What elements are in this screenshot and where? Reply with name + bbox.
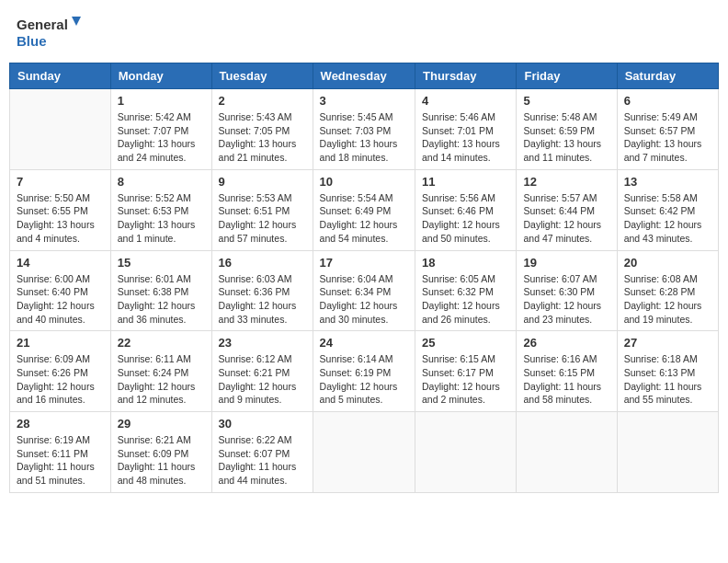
day-number: 6 [624, 94, 711, 108]
logo-svg: General Blue [17, 13, 81, 53]
day-info: Sunrise: 5:56 AM Sunset: 6:46 PM Dayligh… [422, 191, 509, 246]
calendar-cell: 11Sunrise: 5:56 AM Sunset: 6:46 PM Dayli… [415, 169, 517, 250]
calendar-cell: 21Sunrise: 6:09 AM Sunset: 6:26 PM Dayli… [10, 331, 111, 412]
calendar-cell: 2Sunrise: 5:43 AM Sunset: 7:05 PM Daylig… [211, 89, 313, 170]
calendar-cell: 23Sunrise: 6:12 AM Sunset: 6:21 PM Dayli… [211, 331, 313, 412]
day-number: 15 [118, 256, 205, 270]
calendar-week-row: 21Sunrise: 6:09 AM Sunset: 6:26 PM Dayli… [10, 331, 719, 412]
day-info: Sunrise: 6:00 AM Sunset: 6:40 PM Dayligh… [17, 272, 104, 327]
day-info: Sunrise: 6:21 AM Sunset: 6:09 PM Dayligh… [118, 433, 205, 488]
day-number: 16 [219, 256, 306, 270]
calendar-cell: 6Sunrise: 5:49 AM Sunset: 6:57 PM Daylig… [617, 89, 718, 170]
day-info: Sunrise: 5:50 AM Sunset: 6:55 PM Dayligh… [17, 191, 104, 246]
day-of-week-header: Monday [110, 63, 211, 89]
calendar-cell: 5Sunrise: 5:48 AM Sunset: 6:59 PM Daylig… [517, 89, 617, 170]
day-number: 4 [422, 94, 509, 108]
calendar-cell: 8Sunrise: 5:52 AM Sunset: 6:53 PM Daylig… [110, 169, 211, 250]
calendar-cell: 26Sunrise: 6:16 AM Sunset: 6:15 PM Dayli… [517, 331, 617, 412]
calendar-cell: 29Sunrise: 6:21 AM Sunset: 6:09 PM Dayli… [110, 412, 211, 493]
day-info: Sunrise: 5:48 AM Sunset: 6:59 PM Dayligh… [523, 110, 609, 165]
calendar-cell: 14Sunrise: 6:00 AM Sunset: 6:40 PM Dayli… [10, 250, 111, 331]
day-info: Sunrise: 6:22 AM Sunset: 6:07 PM Dayligh… [219, 433, 306, 488]
calendar-cell: 15Sunrise: 6:01 AM Sunset: 6:38 PM Dayli… [110, 250, 211, 331]
calendar-cell: 3Sunrise: 5:45 AM Sunset: 7:03 PM Daylig… [313, 89, 415, 170]
svg-text:General: General [17, 17, 68, 32]
day-number: 13 [624, 175, 711, 189]
day-of-week-header: Friday [517, 63, 617, 89]
day-number: 14 [17, 256, 104, 270]
day-info: Sunrise: 6:15 AM Sunset: 6:17 PM Dayligh… [422, 352, 509, 407]
day-info: Sunrise: 5:46 AM Sunset: 7:01 PM Dayligh… [422, 110, 509, 165]
calendar-cell: 13Sunrise: 5:58 AM Sunset: 6:42 PM Dayli… [617, 169, 718, 250]
day-info: Sunrise: 6:12 AM Sunset: 6:21 PM Dayligh… [219, 352, 306, 407]
day-number: 30 [219, 417, 306, 431]
day-number: 1 [118, 94, 205, 108]
calendar-cell: 17Sunrise: 6:04 AM Sunset: 6:34 PM Dayli… [313, 250, 415, 331]
day-info: Sunrise: 5:43 AM Sunset: 7:05 PM Dayligh… [219, 110, 306, 165]
day-number: 21 [17, 336, 104, 350]
day-info: Sunrise: 5:54 AM Sunset: 6:49 PM Dayligh… [320, 191, 408, 246]
day-of-week-header: Saturday [617, 63, 718, 89]
day-info: Sunrise: 5:53 AM Sunset: 6:51 PM Dayligh… [219, 191, 306, 246]
calendar-week-row: 7Sunrise: 5:50 AM Sunset: 6:55 PM Daylig… [10, 169, 719, 250]
day-number: 3 [320, 94, 408, 108]
day-of-week-header: Sunday [10, 63, 111, 89]
calendar-cell: 4Sunrise: 5:46 AM Sunset: 7:01 PM Daylig… [415, 89, 517, 170]
calendar-cell: 25Sunrise: 6:15 AM Sunset: 6:17 PM Dayli… [415, 331, 517, 412]
calendar-cell: 28Sunrise: 6:19 AM Sunset: 6:11 PM Dayli… [10, 412, 111, 493]
day-number: 27 [624, 336, 711, 350]
day-number: 26 [523, 336, 609, 350]
calendar-cell [10, 89, 111, 170]
day-number: 28 [17, 417, 104, 431]
calendar-cell: 12Sunrise: 5:57 AM Sunset: 6:44 PM Dayli… [517, 169, 617, 250]
day-info: Sunrise: 5:57 AM Sunset: 6:44 PM Dayligh… [523, 191, 609, 246]
calendar-cell: 16Sunrise: 6:03 AM Sunset: 6:36 PM Dayli… [211, 250, 313, 331]
day-info: Sunrise: 6:11 AM Sunset: 6:24 PM Dayligh… [118, 352, 205, 407]
day-info: Sunrise: 5:58 AM Sunset: 6:42 PM Dayligh… [624, 191, 711, 246]
svg-text:Blue: Blue [17, 33, 47, 49]
day-number: 7 [17, 175, 104, 189]
calendar-week-row: 14Sunrise: 6:00 AM Sunset: 6:40 PM Dayli… [10, 250, 719, 331]
logo: General Blue [17, 13, 81, 53]
calendar-cell: 22Sunrise: 6:11 AM Sunset: 6:24 PM Dayli… [110, 331, 211, 412]
day-info: Sunrise: 5:49 AM Sunset: 6:57 PM Dayligh… [624, 110, 711, 165]
day-info: Sunrise: 5:45 AM Sunset: 7:03 PM Dayligh… [320, 110, 408, 165]
calendar-cell: 7Sunrise: 5:50 AM Sunset: 6:55 PM Daylig… [10, 169, 111, 250]
calendar-cell [517, 412, 617, 493]
day-number: 18 [422, 256, 509, 270]
day-number: 17 [320, 256, 408, 270]
day-info: Sunrise: 6:08 AM Sunset: 6:28 PM Dayligh… [624, 272, 711, 327]
day-number: 12 [523, 175, 609, 189]
day-number: 10 [320, 175, 408, 189]
day-number: 8 [118, 175, 205, 189]
day-number: 20 [624, 256, 711, 270]
day-number: 9 [219, 175, 306, 189]
day-number: 22 [118, 336, 205, 350]
calendar-cell: 27Sunrise: 6:18 AM Sunset: 6:13 PM Dayli… [617, 331, 718, 412]
calendar-cell [313, 412, 415, 493]
calendar-cell [415, 412, 517, 493]
calendar-week-row: 28Sunrise: 6:19 AM Sunset: 6:11 PM Dayli… [10, 412, 719, 493]
calendar-cell: 30Sunrise: 6:22 AM Sunset: 6:07 PM Dayli… [211, 412, 313, 493]
day-number: 25 [422, 336, 509, 350]
calendar-cell: 20Sunrise: 6:08 AM Sunset: 6:28 PM Dayli… [617, 250, 718, 331]
day-info: Sunrise: 6:19 AM Sunset: 6:11 PM Dayligh… [17, 433, 104, 488]
calendar-cell: 10Sunrise: 5:54 AM Sunset: 6:49 PM Dayli… [313, 169, 415, 250]
day-number: 24 [320, 336, 408, 350]
day-number: 19 [523, 256, 609, 270]
day-info: Sunrise: 5:42 AM Sunset: 7:07 PM Dayligh… [118, 110, 205, 165]
day-info: Sunrise: 6:04 AM Sunset: 6:34 PM Dayligh… [320, 272, 408, 327]
day-info: Sunrise: 6:18 AM Sunset: 6:13 PM Dayligh… [624, 352, 711, 407]
calendar-cell: 18Sunrise: 6:05 AM Sunset: 6:32 PM Dayli… [415, 250, 517, 331]
calendar-header-row: SundayMondayTuesdayWednesdayThursdayFrid… [10, 63, 719, 89]
day-number: 11 [422, 175, 509, 189]
day-number: 5 [523, 94, 609, 108]
day-info: Sunrise: 6:01 AM Sunset: 6:38 PM Dayligh… [118, 272, 205, 327]
calendar-cell: 9Sunrise: 5:53 AM Sunset: 6:51 PM Daylig… [211, 169, 313, 250]
calendar-cell: 24Sunrise: 6:14 AM Sunset: 6:19 PM Dayli… [313, 331, 415, 412]
day-number: 2 [219, 94, 306, 108]
day-info: Sunrise: 6:05 AM Sunset: 6:32 PM Dayligh… [422, 272, 509, 327]
day-info: Sunrise: 6:14 AM Sunset: 6:19 PM Dayligh… [320, 352, 408, 407]
calendar-cell [617, 412, 718, 493]
calendar-table: SundayMondayTuesdayWednesdayThursdayFrid… [9, 63, 719, 493]
